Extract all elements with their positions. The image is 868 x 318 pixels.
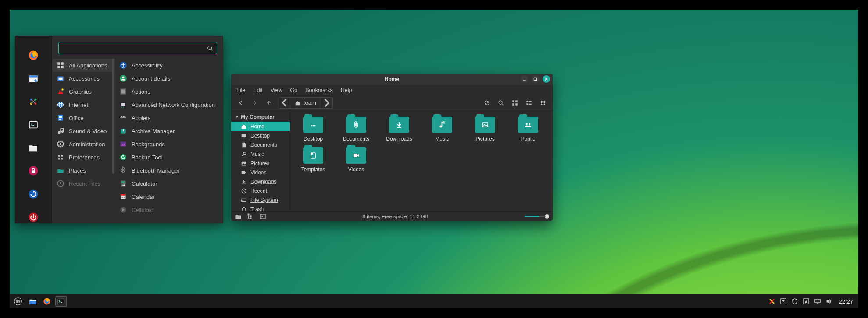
fav-power[interactable] xyxy=(26,211,40,223)
menubar-item-go[interactable]: Go xyxy=(290,87,298,93)
nav-up-button[interactable] xyxy=(263,97,275,109)
fav-software[interactable] xyxy=(26,72,40,85)
file-manager-menubar: FileEditViewGoBookmarksHelp xyxy=(231,85,553,95)
nav-forward-button[interactable] xyxy=(249,97,261,109)
folder-desktop[interactable]: Desktop xyxy=(293,117,333,142)
category-item[interactable]: Preferences xyxy=(52,151,115,164)
nav-back-button[interactable] xyxy=(235,97,247,109)
menubar-item-file[interactable]: File xyxy=(236,87,245,93)
window-titlebar[interactable]: Home xyxy=(231,74,553,85)
panel-clock[interactable]: 22:27 xyxy=(837,298,855,305)
svg-text:A: A xyxy=(805,300,808,304)
application-list[interactable]: AccessibilityAccount detailsActionsAdvan… xyxy=(115,59,223,223)
zoom-slider[interactable] xyxy=(525,214,549,219)
path-next-button[interactable] xyxy=(321,98,332,108)
folder-videos[interactable]: Videos xyxy=(336,147,376,173)
folder-templates[interactable]: Templates xyxy=(293,147,333,173)
tray-shield-icon[interactable] xyxy=(791,298,798,305)
tray-xorg-icon[interactable] xyxy=(768,298,775,305)
app-item[interactable]: Applets xyxy=(115,111,223,124)
fav-updates[interactable] xyxy=(26,188,40,201)
menubar-item-help[interactable]: Help xyxy=(341,87,352,93)
fav-firefox[interactable] xyxy=(26,49,40,62)
app-item[interactable]: Calendar xyxy=(115,190,223,203)
category-item[interactable]: Recent Files xyxy=(52,177,115,190)
close-sidebar-button[interactable] xyxy=(259,213,266,220)
desktop-icon xyxy=(241,133,247,139)
fav-settings[interactable] xyxy=(26,95,40,108)
sidebar-heading-my-computer[interactable]: My Computer xyxy=(231,112,290,122)
task-files[interactable] xyxy=(27,296,39,307)
folder-music[interactable]: Music xyxy=(422,117,462,142)
fav-files[interactable] xyxy=(26,141,40,154)
app-item[interactable]: Archive Manager xyxy=(115,124,223,138)
path-segment-home[interactable]: team xyxy=(290,98,321,108)
category-item[interactable]: Accessories xyxy=(52,72,115,85)
app-item[interactable]: Backgrounds xyxy=(115,138,223,151)
svg-rect-3 xyxy=(29,76,38,78)
app-item[interactable]: Advanced Network Configuration xyxy=(115,98,223,111)
app-item[interactable]: Calculator xyxy=(115,177,223,190)
tray-update-icon[interactable] xyxy=(780,298,787,305)
app-item[interactable]: Backup Tool xyxy=(115,151,223,164)
file-manager-sidebar[interactable]: My Computer HomeDesktopDocumentsMusicPic… xyxy=(231,110,290,211)
sidebar-item-desktop[interactable]: Desktop xyxy=(231,131,290,140)
tray-volume-icon[interactable] xyxy=(825,298,832,305)
menu-search-input[interactable] xyxy=(62,45,207,52)
file-manager-content[interactable]: DesktopDocumentsDownloadsMusicPicturesPu… xyxy=(290,110,553,211)
category-item[interactable]: All Applications xyxy=(52,59,115,72)
tray-keyboard-icon[interactable]: A xyxy=(803,298,810,305)
window-close-button[interactable] xyxy=(543,75,550,83)
menu-search[interactable] xyxy=(58,42,217,54)
menubar-item-view[interactable]: View xyxy=(271,87,282,93)
view-list-button[interactable] xyxy=(523,97,535,109)
task-firefox[interactable] xyxy=(41,296,53,307)
task-terminal[interactable] xyxy=(55,296,67,307)
sidebar-item-trash[interactable]: Trash xyxy=(231,205,290,211)
folder-downloads[interactable]: Downloads xyxy=(379,117,419,142)
folder-public[interactable]: Public xyxy=(508,117,548,142)
sidebar-item-downloads[interactable]: Downloads xyxy=(231,177,290,186)
sidebar-item-music[interactable]: Music xyxy=(231,149,290,159)
menubar-item-bookmarks[interactable]: Bookmarks xyxy=(305,87,333,93)
app-item[interactable]: Bluetooth Manager xyxy=(115,164,223,177)
app-item[interactable]: Celluloid xyxy=(115,203,223,216)
path-bar[interactable]: team xyxy=(279,97,333,109)
sidebar-item-home[interactable]: Home xyxy=(231,122,290,131)
show-places-button[interactable] xyxy=(235,213,242,220)
folder-documents[interactable]: Documents xyxy=(336,117,376,142)
view-icons-button[interactable] xyxy=(509,97,521,109)
window-maximize-button[interactable] xyxy=(532,75,539,83)
sidebar-item-videos[interactable]: Videos xyxy=(231,168,290,177)
app-item[interactable]: Actions xyxy=(115,85,223,98)
svg-rect-74 xyxy=(523,80,526,80)
svg-rect-20 xyxy=(57,62,60,65)
menubar-item-edit[interactable]: Edit xyxy=(253,87,263,93)
app-item[interactable]: Account details xyxy=(115,72,223,85)
category-item[interactable]: Places xyxy=(52,164,115,177)
window-minimize-button[interactable] xyxy=(521,75,528,83)
recent-icon xyxy=(241,188,247,194)
category-item[interactable]: Office xyxy=(52,111,115,124)
app-item[interactable]: Accessibility xyxy=(115,59,223,72)
category-item[interactable]: Internet xyxy=(52,98,115,111)
fav-lock[interactable] xyxy=(26,165,40,177)
category-item[interactable]: Sound & Video xyxy=(52,124,115,138)
view-compact-button[interactable] xyxy=(537,97,549,109)
category-item[interactable]: Graphics xyxy=(52,85,115,98)
sidebar-item-file-system[interactable]: File System xyxy=(231,195,290,205)
sidebar-item-pictures[interactable]: Pictures xyxy=(231,159,290,168)
category-list[interactable]: All ApplicationsAccessoriesGraphicsInter… xyxy=(52,59,115,223)
tray-display-icon[interactable] xyxy=(814,298,821,305)
menu-button[interactable]: lm xyxy=(11,295,25,308)
toggle-location-button[interactable] xyxy=(481,97,493,109)
path-prev-button[interactable] xyxy=(279,98,290,108)
fav-terminal[interactable] xyxy=(26,118,40,131)
folder-pictures[interactable]: Pictures xyxy=(465,117,505,142)
sidebar-item-documents[interactable]: Documents xyxy=(231,140,290,149)
show-treeview-button[interactable] xyxy=(247,213,254,220)
folder-label: Downloads xyxy=(386,136,412,142)
search-button[interactable] xyxy=(495,97,507,109)
sidebar-item-recent[interactable]: Recent xyxy=(231,186,290,195)
category-item[interactable]: Administration xyxy=(52,138,115,151)
